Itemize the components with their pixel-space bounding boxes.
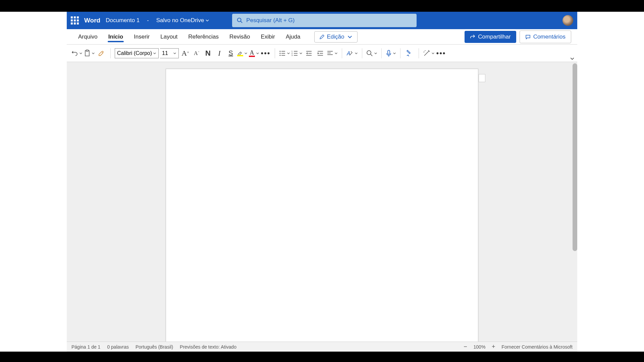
save-status-label: Salvo no OneDrive	[156, 17, 204, 24]
separator	[110, 48, 111, 58]
font-color-button[interactable]: A	[249, 48, 259, 59]
tab-layout[interactable]: Layout	[155, 29, 183, 44]
decrease-indent-button[interactable]	[304, 48, 314, 59]
chevron-down-icon	[244, 52, 248, 55]
editing-mode-button[interactable]: Edição	[314, 31, 358, 43]
highlight-button[interactable]	[237, 48, 248, 59]
ellipsis-icon: •••	[261, 49, 270, 58]
svg-rect-28	[388, 50, 390, 54]
chevron-down-icon	[153, 52, 156, 55]
page-corner-marker	[479, 74, 485, 82]
status-text-predictions[interactable]: Previsões de texto: Ativado	[180, 344, 236, 350]
search-placeholder: Pesquisar (Alt + G)	[246, 17, 294, 24]
svg-text:3: 3	[291, 54, 293, 56]
font-size-select[interactable]: 11	[160, 48, 179, 58]
svg-point-4	[280, 51, 281, 52]
ellipsis-icon: •••	[436, 49, 446, 58]
more-font-options-button[interactable]: •••	[261, 48, 271, 59]
dictate-button[interactable]	[386, 48, 396, 59]
comments-button[interactable]: Comentários	[520, 31, 571, 43]
zoom-in-button[interactable]: +	[490, 343, 497, 350]
tab-insert[interactable]: Inserir	[128, 29, 155, 44]
svg-point-0	[237, 18, 241, 22]
tab-references[interactable]: Referências	[183, 29, 224, 44]
undo-button[interactable]	[71, 48, 83, 59]
status-bar: Página 1 de 1 0 palavras Português (Bras…	[67, 342, 577, 352]
comment-icon	[525, 34, 531, 40]
separator	[400, 48, 400, 58]
numbering-button[interactable]: 123	[291, 48, 303, 59]
chevron-down-icon	[393, 52, 396, 55]
bullets-icon	[279, 50, 286, 56]
bullets-button[interactable]	[279, 48, 290, 59]
font-name-value: Calibri (Corpo)	[117, 50, 152, 56]
outdent-icon	[306, 50, 312, 56]
title-separator: -	[147, 17, 149, 23]
font-name-select[interactable]: Calibri (Corpo)	[115, 48, 159, 58]
editor-button[interactable]	[405, 48, 415, 59]
search-input[interactable]: Pesquisar (Alt + G)	[232, 14, 417, 27]
highlight-color-swatch	[237, 55, 243, 56]
titlebar: Word Documento 1 - Salvo no OneDrive Pes…	[67, 12, 577, 29]
align-button[interactable]	[327, 48, 338, 59]
undo-icon	[71, 50, 78, 57]
zoom-out-button[interactable]: −	[462, 343, 469, 350]
svg-rect-3	[86, 50, 88, 51]
word-online-window: Word Documento 1 - Salvo no OneDrive Pes…	[67, 12, 577, 352]
search-icon	[237, 17, 243, 23]
tab-home[interactable]: Início	[103, 29, 128, 44]
separator	[342, 48, 342, 58]
status-page[interactable]: Página 1 de 1	[71, 344, 100, 350]
chevron-down-icon	[570, 56, 575, 61]
app-name[interactable]: Word	[84, 17, 100, 24]
zoom-level[interactable]: 100%	[474, 344, 486, 350]
svg-point-6	[280, 53, 281, 54]
letterbox-top	[0, 0, 644, 12]
designer-button[interactable]	[423, 48, 435, 59]
ribbon-tabs: Arquivo Início Inserir Layout Referência…	[67, 29, 577, 45]
bold-button[interactable]: N	[203, 48, 213, 59]
share-button[interactable]: Compartilhar	[465, 31, 516, 43]
document-canvas[interactable]	[67, 62, 577, 342]
ribbon-toolbar: Calibri (Corpo) 11 A ^ A ˇ N I S A	[67, 45, 577, 62]
status-language[interactable]: Português (Brasil)	[136, 344, 173, 350]
font-color-letter: A	[250, 49, 254, 56]
shrink-font-button[interactable]: A ˇ	[192, 48, 202, 59]
italic-button[interactable]: I	[214, 48, 224, 59]
underline-button[interactable]: S	[226, 48, 236, 59]
tab-view[interactable]: Exibir	[255, 29, 280, 44]
separator	[362, 48, 362, 58]
increase-indent-button[interactable]	[315, 48, 325, 59]
search-icon	[366, 50, 373, 57]
paste-button[interactable]	[84, 48, 95, 59]
font-size-value: 11	[162, 50, 168, 56]
document-name[interactable]: Documento 1	[106, 17, 140, 24]
find-button[interactable]	[366, 48, 377, 59]
pen-icon	[319, 34, 325, 40]
document-page[interactable]	[166, 69, 478, 342]
collapse-ribbon-button[interactable]	[570, 56, 575, 61]
feedback-link[interactable]: Fornecer Comentários à Microsoft	[501, 344, 573, 350]
svg-point-8	[280, 55, 281, 56]
grow-font-label: A	[181, 49, 187, 58]
chevron-down-icon	[205, 18, 209, 22]
font-color-swatch	[249, 56, 255, 57]
wand-icon	[423, 50, 430, 57]
letterbox-bottom	[0, 352, 644, 362]
underline-label: S	[228, 49, 233, 57]
chevron-down-icon	[256, 52, 259, 55]
more-commands-button[interactable]: •••	[436, 48, 446, 59]
vertical-scrollbar[interactable]	[573, 63, 577, 251]
italic-label: I	[218, 49, 220, 58]
tab-help[interactable]: Ajuda	[280, 29, 306, 44]
align-left-icon	[327, 50, 333, 56]
grow-font-button[interactable]: A ^	[180, 48, 190, 59]
save-status[interactable]: Salvo no OneDrive	[156, 17, 210, 24]
app-launcher-icon[interactable]	[71, 16, 79, 24]
format-painter-button[interactable]	[96, 48, 106, 59]
status-word-count[interactable]: 0 palavras	[107, 344, 129, 350]
avatar[interactable]	[562, 15, 573, 26]
styles-button[interactable]: A	[346, 48, 358, 59]
tab-review[interactable]: Revisão	[224, 29, 255, 44]
tab-file[interactable]: Arquivo	[73, 29, 103, 44]
